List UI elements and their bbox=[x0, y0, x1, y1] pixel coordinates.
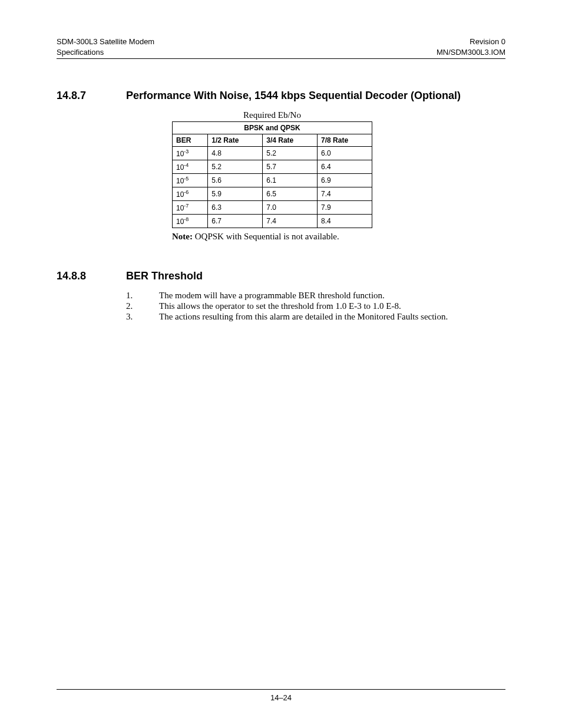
seven-eighth-rate-value: 6.0 bbox=[318, 147, 372, 160]
page-header: SDM-300L3 Satellite Modem Specifications… bbox=[57, 37, 505, 59]
ber-value: 10-8 bbox=[173, 215, 208, 228]
three-quarter-rate-value: 6.5 bbox=[263, 187, 318, 201]
ber-value: 10-6 bbox=[173, 187, 208, 201]
ber-value: 10-5 bbox=[173, 174, 208, 187]
header-right: Revision 0 MN/SDM300L3.IOM bbox=[437, 37, 505, 57]
seven-eighth-rate-value: 8.4 bbox=[318, 215, 372, 228]
note-label: Note: bbox=[172, 232, 193, 241]
list-item: 1.The modem will have a programmable BER… bbox=[126, 291, 505, 301]
section-number: 14.8.8 bbox=[57, 270, 126, 282]
table-row: 10-34.85.26.0 bbox=[173, 147, 372, 160]
seven-eighth-rate-value: 7.4 bbox=[318, 187, 372, 201]
three-quarter-rate-value: 5.7 bbox=[263, 160, 318, 174]
table-caption: Required Eb/No bbox=[172, 110, 372, 120]
table-row: 10-55.66.16.9 bbox=[173, 174, 372, 187]
ber-value: 10-7 bbox=[173, 201, 208, 215]
list-item-number: 3. bbox=[126, 312, 159, 322]
three-quarter-rate-value: 7.0 bbox=[263, 201, 318, 215]
ber-value: 10-4 bbox=[173, 160, 208, 174]
three-quarter-rate-value: 5.2 bbox=[263, 147, 318, 160]
table-column-header-row: BER 1/2 Rate 3/4 Rate 7/8 Rate bbox=[173, 134, 372, 147]
col-half-rate: 1/2 Rate bbox=[208, 134, 263, 147]
list-item-number: 1. bbox=[126, 291, 159, 301]
header-section: Specifications bbox=[57, 48, 104, 57]
section-title: Performance With Noise, 1544 kbps Sequen… bbox=[126, 90, 505, 102]
ebno-table: BPSK and QPSK BER 1/2 Rate 3/4 Rate 7/8 … bbox=[172, 121, 372, 228]
ebno-table-wrap: Required Eb/No BPSK and QPSK BER 1/2 Rat… bbox=[172, 110, 372, 228]
seven-eighth-rate-value: 6.4 bbox=[318, 160, 372, 174]
col-ber: BER bbox=[173, 134, 208, 147]
list-item: 2.This allows the operator to set the th… bbox=[126, 301, 505, 311]
half-rate-value: 4.8 bbox=[208, 147, 263, 160]
table-note: Note: OQPSK with Sequential is not avail… bbox=[172, 232, 505, 242]
page-number: 14–24 bbox=[270, 693, 292, 702]
half-rate-value: 6.3 bbox=[208, 201, 263, 215]
three-quarter-rate-value: 6.1 bbox=[263, 174, 318, 187]
table-row: 10-65.96.57.4 bbox=[173, 187, 372, 201]
seven-eighth-rate-value: 7.9 bbox=[318, 201, 372, 215]
list-item-text: The actions resulting from this alarm ar… bbox=[159, 312, 505, 322]
table-row: 10-45.25.76.4 bbox=[173, 160, 372, 174]
half-rate-value: 5.9 bbox=[208, 187, 263, 201]
section-14-8-7-heading: 14.8.7 Performance With Noise, 1544 kbps… bbox=[57, 90, 505, 102]
half-rate-value: 5.6 bbox=[208, 174, 263, 187]
table-span-header: BPSK and QPSK bbox=[173, 122, 372, 134]
page-footer: 14–24 bbox=[57, 689, 505, 702]
ber-value: 10-3 bbox=[173, 147, 208, 160]
ber-threshold-list: 1.The modem will have a programmable BER… bbox=[126, 291, 505, 322]
note-text: OQPSK with Sequential is not available. bbox=[193, 232, 339, 241]
half-rate-value: 5.2 bbox=[208, 160, 263, 174]
list-item: 3.The actions resulting from this alarm … bbox=[126, 312, 505, 322]
half-rate-value: 6.7 bbox=[208, 215, 263, 228]
section-number: 14.8.7 bbox=[57, 90, 126, 102]
list-item-number: 2. bbox=[126, 301, 159, 311]
seven-eighth-rate-value: 6.9 bbox=[318, 174, 372, 187]
table-row: 10-76.37.07.9 bbox=[173, 201, 372, 215]
header-left: SDM-300L3 Satellite Modem Specifications bbox=[57, 37, 154, 57]
three-quarter-rate-value: 7.4 bbox=[263, 215, 318, 228]
table-row: 10-86.77.48.4 bbox=[173, 215, 372, 228]
list-item-text: The modem will have a programmable BER t… bbox=[159, 291, 505, 301]
col-seven-eighth-rate: 7/8 Rate bbox=[318, 134, 372, 147]
header-revision: Revision 0 bbox=[470, 37, 505, 46]
section-14-8-8-heading: 14.8.8 BER Threshold bbox=[57, 270, 505, 282]
col-three-quarter-rate: 3/4 Rate bbox=[263, 134, 318, 147]
header-docid: MN/SDM300L3.IOM bbox=[437, 48, 505, 57]
list-item-text: This allows the operator to set the thre… bbox=[159, 301, 505, 311]
header-product: SDM-300L3 Satellite Modem bbox=[57, 37, 154, 46]
table-span-header-row: BPSK and QPSK bbox=[173, 122, 372, 134]
section-title: BER Threshold bbox=[126, 270, 505, 282]
